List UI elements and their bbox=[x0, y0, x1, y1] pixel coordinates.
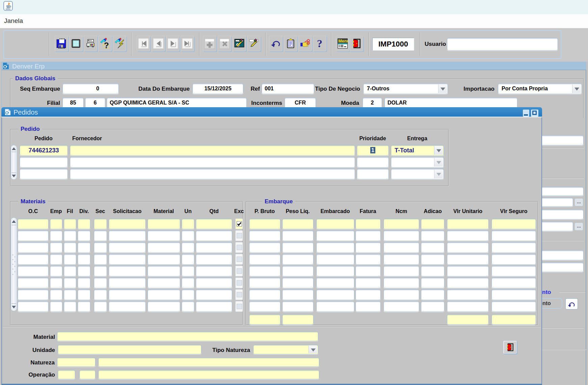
svg-text:?: ? bbox=[317, 38, 322, 49]
svg-text:?: ? bbox=[104, 41, 109, 49]
svg-text:Menu: Menu bbox=[338, 38, 348, 43]
